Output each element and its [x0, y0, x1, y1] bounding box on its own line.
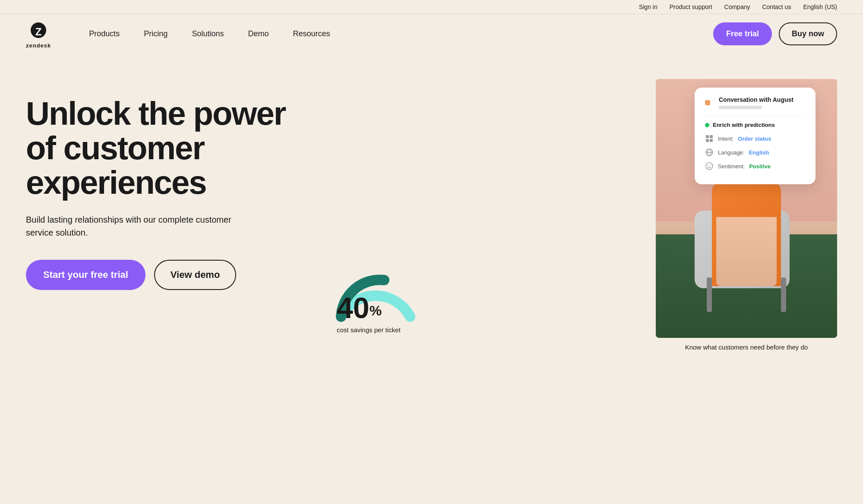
- hero-headline: Unlock the power of customer experiences: [26, 96, 294, 199]
- gauge-label: cost savings per ticket: [337, 326, 401, 334]
- hero-buttons: Start your free trial View demo: [26, 260, 294, 290]
- svg-rect-1: [706, 135, 709, 138]
- hero-caption: Know what customers need before they do: [656, 343, 837, 351]
- svg-point-10: [710, 165, 711, 166]
- sentiment-label: Sentiment:: [718, 163, 745, 170]
- svg-text:Z: Z: [35, 26, 42, 38]
- start-trial-button[interactable]: Start your free trial: [26, 260, 145, 290]
- hero-right: 40% cost savings per ticket: [311, 79, 837, 355]
- svg-rect-3: [706, 139, 709, 142]
- utility-bar: Sign in Product support Company Contact …: [0, 0, 863, 14]
- card-divider: [705, 116, 805, 117]
- card-language-row: Language: English: [705, 148, 805, 157]
- main-navigation: Z zendesk Products Pricing Solutions Dem…: [0, 14, 863, 53]
- card-orange-indicator: [705, 100, 710, 105]
- sign-in-link[interactable]: Sign in: [639, 3, 658, 10]
- product-support-link[interactable]: Product support: [670, 3, 712, 10]
- svg-rect-2: [710, 135, 713, 138]
- gauge-number: 40: [337, 291, 370, 324]
- gauge-percent: %: [370, 303, 382, 318]
- intent-label: Intent:: [718, 135, 733, 142]
- nav-links: Products Pricing Solutions Demo Resource…: [77, 14, 713, 53]
- zendesk-logo-text: zendesk: [26, 42, 51, 49]
- nav-demo[interactable]: Demo: [236, 14, 281, 53]
- card-intent-row: Intent: Order status: [705, 134, 805, 143]
- hero-subheadline: Build lasting relationships with our com…: [26, 213, 259, 239]
- card-header-info: Conversation with August: [719, 96, 805, 109]
- card-sentiment-row: Sentiment: Positive: [705, 162, 805, 170]
- intent-icon: [705, 134, 714, 143]
- gauge-stat: 40% cost savings per ticket: [337, 291, 401, 334]
- intent-value: Order status: [738, 135, 771, 142]
- language-selector[interactable]: English (US): [803, 3, 837, 10]
- green-dot-icon: [705, 123, 709, 127]
- zendesk-logo-icon: Z: [27, 19, 50, 41]
- gauge-container: 40% cost savings per ticket: [332, 258, 419, 329]
- card-title: Conversation with August: [719, 96, 805, 103]
- language-icon: [705, 148, 714, 157]
- sentiment-icon: [705, 162, 714, 170]
- nav-resources[interactable]: Resources: [281, 14, 342, 53]
- nav-solutions[interactable]: Solutions: [180, 14, 236, 53]
- hero-section: Unlock the power of customer experiences…: [0, 53, 863, 497]
- conversation-card: Conversation with August Enrich with pre…: [695, 88, 816, 184]
- company-link[interactable]: Company: [724, 3, 750, 10]
- nav-products[interactable]: Products: [77, 14, 132, 53]
- language-value: English: [749, 149, 769, 156]
- logo[interactable]: Z zendesk: [26, 19, 51, 49]
- hero-left: Unlock the power of customer experiences…: [26, 79, 294, 290]
- enrich-label: Enrich with predictions: [713, 122, 775, 128]
- svg-point-8: [706, 163, 713, 170]
- language-label: Language:: [718, 149, 744, 156]
- svg-rect-4: [710, 139, 713, 142]
- free-trial-button[interactable]: Free trial: [713, 22, 772, 45]
- nav-pricing[interactable]: Pricing: [132, 14, 180, 53]
- buy-now-button[interactable]: Buy now: [779, 22, 837, 45]
- view-demo-button[interactable]: View demo: [154, 260, 237, 290]
- card-header: Conversation with August: [705, 96, 805, 109]
- card-subtitle-bar: [719, 106, 762, 109]
- sentiment-value: Positive: [749, 163, 771, 170]
- svg-point-9: [708, 165, 709, 166]
- contact-us-link[interactable]: Contact us: [762, 3, 791, 10]
- nav-actions: Free trial Buy now: [713, 22, 837, 45]
- card-section-title: Enrich with predictions: [705, 122, 805, 128]
